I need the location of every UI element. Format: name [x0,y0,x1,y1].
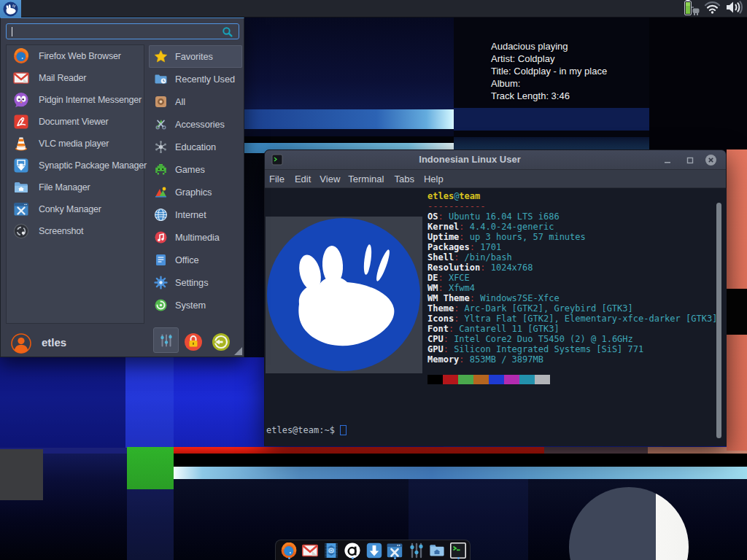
maximize-button[interactable] [684,154,696,166]
fetch-label: Icons [427,314,454,324]
minimize-button[interactable] [661,154,673,166]
dock-synaptic[interactable] [366,542,382,559]
dock-audacious[interactable] [344,542,360,559]
fetch-value: 4.4.0-24-generic [465,222,554,232]
dock-conky-manager[interactable] [387,542,403,559]
category-games[interactable]: Games [149,158,242,181]
app-label: VLC media player [39,139,109,149]
close-button[interactable] [705,154,717,166]
fetch-label: WM Theme [427,293,470,303]
mail-icon [13,70,29,86]
menu-terminal[interactable]: Terminal [348,174,384,184]
fetch-line: Font: Cantarell 11 [GTK3] [427,324,717,334]
category-label: Graphics [175,187,212,198]
search-icon [222,26,233,41]
fetch-label: Theme [427,303,454,314]
fetch-line: GPU: Silicon Integrated Systems [SiS] 77… [427,344,717,354]
terminal-titlebar[interactable]: Indonesian Linux User [265,150,726,170]
logout-button[interactable] [212,332,231,354]
fetch-value: Windows7SE-Xfce [475,293,560,303]
user-avatar[interactable] [11,333,31,354]
terminal-cursor [340,425,347,435]
app-item-synaptic[interactable]: Synaptic Package Manager [7,155,144,176]
fetch-value: /bin/bash [459,252,511,262]
app-label: Conky Manager [39,204,101,214]
app-item-screenshot[interactable]: Screenshot [7,220,144,242]
pidgin-icon [13,92,29,108]
wifi-icon[interactable] [704,1,721,17]
app-item-pidgin[interactable]: Pidgin Internet Messenger [7,89,144,111]
fetch-line: Shell: /bin/bash [427,252,717,262]
app-item-document-viewer[interactable]: Document Viewer [7,111,144,133]
resize-grip[interactable] [234,347,242,355]
games-icon [154,163,168,176]
dock-settings[interactable] [409,542,425,559]
category-all[interactable]: All [149,90,242,113]
app-item-file-manager[interactable]: File Manager [7,176,144,198]
dock-media-player[interactable] [323,542,339,559]
category-label: Office [175,254,199,265]
dock-mail[interactable] [302,542,318,559]
app-label: Document Viewer [39,117,108,127]
fetch-label: DE [427,273,438,283]
app-label: Pidgin Internet Messenger [39,95,142,105]
menu-tabs[interactable]: Tabs [394,174,414,184]
prompt-text: etles@team:~$ [266,425,335,435]
category-accessories[interactable]: Accessories [149,113,242,136]
fetch-value: Arc-Dark [GTK2], Greybird [GTK3] [459,303,632,314]
category-favorites[interactable]: Favorites [149,45,242,68]
app-item-conky-manager[interactable]: Conky Manager [7,198,144,220]
fetch-label: Resolution [427,262,480,273]
category-label: Accessories [175,119,225,130]
menu-edit[interactable]: Edit [295,174,311,184]
synaptic-icon [13,158,29,174]
category-internet[interactable]: Internet [149,203,242,226]
xubuntu-logo [266,217,422,373]
system-tray [684,0,743,18]
category-graphics[interactable]: Graphics [149,181,242,203]
education-icon [154,140,168,154]
app-item-mail-reader[interactable]: Mail Reader [7,67,144,89]
screenfetch-output: etles@team ----------- OS: Ubuntu 16.04 … [427,191,717,365]
category-label: Recently Used [175,74,235,85]
category-recently-used[interactable]: Recently Used [149,68,242,90]
menu-file[interactable]: File [269,174,285,184]
fetch-line: CPU: Intel Core2 Duo T5450 (2) @ 1.6GHz [427,334,717,344]
shell-prompt[interactable]: etles@team:~$ [266,425,347,435]
fetch-line: WM: Xfwm4 [427,283,717,293]
terminal-scrollbar[interactable] [716,203,721,438]
dock-file-manager[interactable] [429,542,445,559]
applications-menu-button[interactable] [0,0,21,18]
fetch-line: OS: Ubuntu 16.04 LTS i686 [427,211,717,222]
fetch-label: GPU [427,344,444,354]
menu-help[interactable]: Help [424,174,444,184]
fetch-label: Font [427,324,449,334]
fetch-line: Resolution: 747x560 [427,262,717,273]
search-input[interactable] [6,23,239,39]
fetch-value: XFCE [444,273,470,283]
fetch-label: Kernel [427,222,459,232]
category-office[interactable]: Office [149,249,242,271]
fetch-value: Intel Core2 Duo T5450 (2) @ 1.6GHz [449,334,633,344]
app-item-vlc[interactable]: VLC media player [7,133,144,155]
dock-firefox[interactable] [281,542,297,559]
audacious-notification[interactable]: Audacious playing Artist: Coldplay Title… [491,40,607,102]
category-education[interactable]: Education [149,136,242,158]
app-item-firefox[interactable]: Firefox Web Browser [7,45,144,67]
notification-line: Album: [491,77,607,90]
fetch-label: Packages [427,242,470,252]
category-system[interactable]: System [149,294,242,316]
terminal-content[interactable]: etles@team ----------- OS: Ubuntu 16.04 … [266,188,727,446]
volume-icon[interactable] [725,0,743,18]
all-settings-button[interactable] [153,327,179,353]
lock-screen-button[interactable] [184,332,203,354]
menu-view[interactable]: View [320,174,340,184]
application-list: Firefox Web Browser Mail Reader Pidgin I… [6,44,144,324]
category-settings[interactable]: Settings [149,271,242,294]
app-label: Firefox Web Browser [39,51,121,61]
palette-swatch [489,375,504,384]
dock-terminal[interactable] [450,542,466,559]
battery-icon[interactable] [684,0,700,18]
category-multimedia[interactable]: Multimedia [149,226,242,249]
graphics-icon [154,185,168,199]
